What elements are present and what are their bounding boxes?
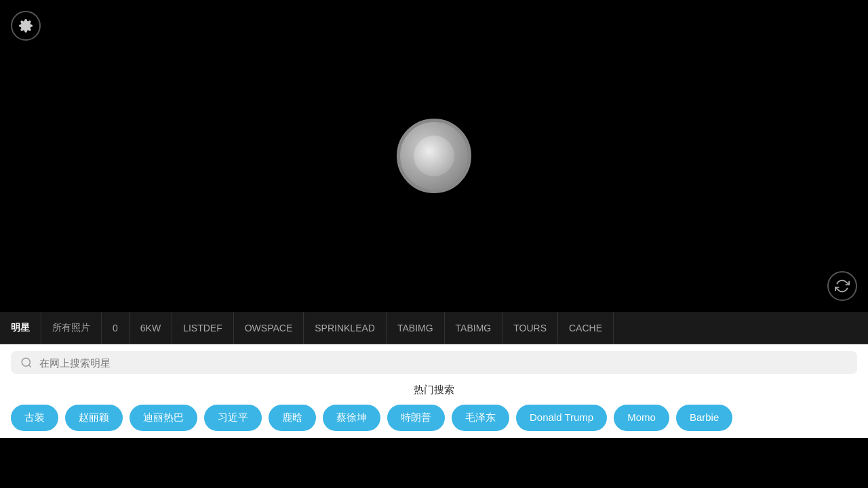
hot-tag-8[interactable]: Donald Trump [516, 405, 607, 431]
tab-item-6[interactable]: SPRINKLEAD [304, 312, 387, 344]
hot-tag-4[interactable]: 鹿晗 [269, 405, 316, 431]
tab-item-10[interactable]: CACHE [558, 312, 614, 344]
tab-item-7[interactable]: TABIMG [387, 312, 445, 344]
svg-point-0 [22, 358, 30, 366]
camera-inner [414, 136, 454, 176]
gear-icon [18, 18, 33, 33]
tab-item-4[interactable]: LISTDEF [172, 312, 234, 344]
tab-item-5[interactable]: OWSPACE [234, 312, 304, 344]
camera-area [0, 0, 868, 312]
refresh-button[interactable] [827, 271, 857, 301]
camera-circle [397, 119, 471, 193]
hot-tag-1[interactable]: 赵丽颖 [65, 405, 123, 431]
hot-tag-7[interactable]: 毛泽东 [452, 405, 509, 431]
hot-tag-0[interactable]: 古装 [11, 405, 58, 431]
search-input[interactable] [39, 357, 848, 369]
tab-item-8[interactable]: TABIMG [445, 312, 503, 344]
hot-search-title: 热门搜索 [11, 384, 857, 396]
hot-search-section: 热门搜索 古装赵丽颖迪丽热巴习近平鹿晗蔡徐坤特朗普毛泽东Donald Trump… [0, 381, 868, 438]
search-input-wrapper[interactable] [11, 351, 857, 374]
hot-tag-2[interactable]: 迪丽热巴 [130, 405, 197, 431]
bottom-section: 热门搜索 古装赵丽颖迪丽热巴习近平鹿晗蔡徐坤特朗普毛泽东Donald Trump… [0, 344, 868, 438]
svg-line-1 [28, 365, 31, 367]
hot-tags: 古装赵丽颖迪丽热巴习近平鹿晗蔡徐坤特朗普毛泽东Donald TrumpMomoB… [11, 405, 857, 431]
tab-item-3[interactable]: 6KW [130, 312, 172, 344]
search-bar [0, 344, 868, 381]
hot-tag-10[interactable]: Barbie [676, 405, 732, 431]
hot-tag-5[interactable]: 蔡徐坤 [323, 405, 380, 431]
tab-item-9[interactable]: TOURS [502, 312, 558, 344]
tab-item-0[interactable]: 明星 [0, 312, 41, 344]
hot-tag-9[interactable]: Momo [614, 405, 669, 431]
refresh-icon [835, 279, 850, 293]
tab-item-1[interactable]: 所有照片 [41, 312, 102, 344]
tab-item-2[interactable]: 0 [102, 312, 130, 344]
tab-bar: 明星所有照片06KWLISTDEFOWSPACESPRINKLEADTABIMG… [0, 312, 868, 344]
hot-tag-3[interactable]: 习近平 [204, 405, 262, 431]
search-icon [20, 357, 33, 369]
settings-button[interactable] [11, 11, 41, 41]
hot-tag-6[interactable]: 特朗普 [387, 405, 445, 431]
